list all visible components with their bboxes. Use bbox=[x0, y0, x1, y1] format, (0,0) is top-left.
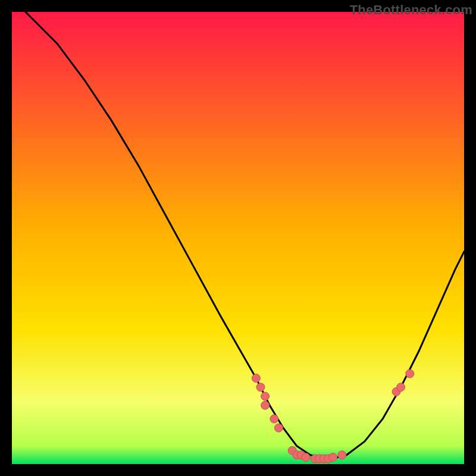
data-marker bbox=[302, 453, 310, 462]
data-marker bbox=[256, 383, 265, 392]
data-marker bbox=[261, 401, 270, 409]
data-marker bbox=[270, 415, 278, 423]
data-marker bbox=[338, 451, 346, 459]
data-marker bbox=[329, 453, 337, 462]
data-marker bbox=[406, 369, 414, 378]
bottleneck-curve-plot bbox=[12, 12, 464, 464]
data-marker bbox=[252, 374, 260, 383]
attribution-watermark: TheBottleneck.com bbox=[350, 2, 472, 18]
data-marker bbox=[274, 424, 283, 432]
data-marker bbox=[397, 383, 405, 392]
data-marker bbox=[261, 392, 270, 400]
chart-frame bbox=[12, 12, 464, 464]
